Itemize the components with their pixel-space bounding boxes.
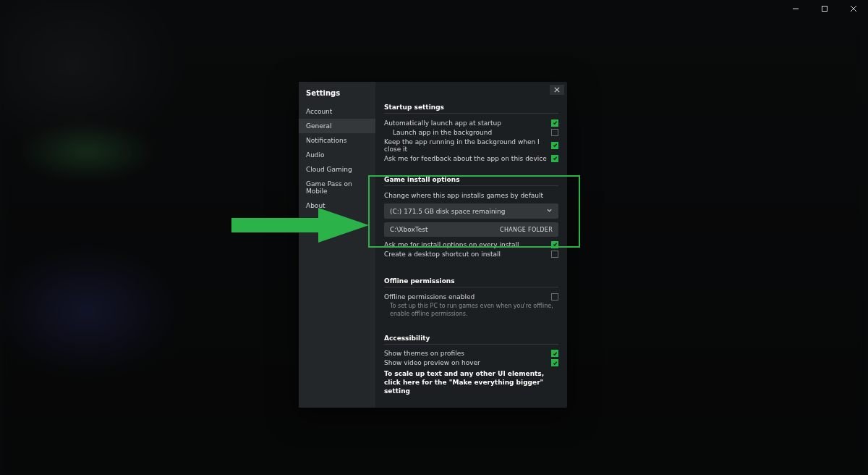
section-title-offline: Offline permissions	[384, 277, 558, 285]
row-auto-launch: Automatically launch app at startup	[384, 118, 558, 127]
row-label: Launch app in the background	[393, 129, 492, 136]
row-label: Ask me for install options on every inst…	[384, 241, 519, 248]
checkbox-launch-background[interactable]	[551, 129, 558, 136]
change-folder-button[interactable]: CHANGE FOLDER	[500, 227, 553, 233]
row-ask-install-options: Ask me for install options on every inst…	[384, 240, 558, 249]
row-desktop-shortcut: Create a desktop shortcut on install	[384, 249, 558, 258]
row-label: Automatically launch app at startup	[384, 119, 501, 127]
row-label: Show themes on profiles	[384, 350, 464, 357]
row-label: Create a desktop shortcut on install	[384, 251, 501, 258]
sidebar-item-notifications[interactable]: Notifications	[299, 133, 375, 148]
sidebar-item-cloud-gaming[interactable]: Cloud Gaming	[299, 162, 375, 177]
checkbox-keep-running[interactable]	[551, 142, 558, 149]
row-label: Show video preview on hover	[384, 359, 480, 366]
row-label: Change where this app installs games by …	[384, 192, 543, 199]
section-title-startup: Startup settings	[384, 104, 558, 111]
row-label: Keep the app running in the background w…	[384, 138, 551, 153]
sidebar-item-label: Notifications	[306, 137, 346, 144]
divider	[384, 344, 558, 345]
settings-content: Startup settings Automatically launch ap…	[375, 95, 567, 408]
settings-title: Settings	[299, 82, 375, 104]
checkbox-auto-launch[interactable]	[551, 119, 558, 127]
drive-select-value: (C:) 171.5 GB disk space remaining	[390, 208, 506, 215]
chevron-down-icon	[546, 207, 553, 215]
sidebar-item-account[interactable]: Account	[299, 104, 375, 119]
row-launch-background: Launch app in the background	[384, 127, 558, 137]
checkbox-ask-feedback[interactable]	[551, 155, 558, 162]
svg-marker-6	[231, 208, 369, 243]
sidebar-item-label: Game Pass on Mobile	[306, 180, 352, 195]
row-change-where: Change where this app installs games by …	[384, 190, 558, 200]
row-show-themes: Show themes on profiles	[384, 349, 558, 358]
sidebar-item-label: Audio	[306, 151, 325, 159]
divider	[384, 185, 558, 186]
tutorial-arrow-icon	[231, 208, 369, 245]
row-offline-enabled: Offline permissions enabled	[384, 292, 558, 301]
checkbox-ask-install-options[interactable]	[551, 241, 558, 248]
offline-help-text: To set up this PC to run games even when…	[384, 301, 558, 319]
sidebar-item-label: Cloud Gaming	[306, 166, 352, 173]
svg-rect-1	[822, 7, 827, 12]
section-title-install: Game install options	[384, 176, 558, 183]
checkbox-video-preview[interactable]	[551, 359, 558, 366]
scale-text-link[interactable]: To scale up text and any other UI elemen…	[384, 369, 558, 395]
divider	[384, 287, 558, 287]
window-controls	[781, 0, 868, 17]
close-window-button[interactable]	[839, 0, 868, 17]
sidebar-item-label: Account	[306, 108, 332, 115]
row-ask-feedback: Ask me for feedback about the app on thi…	[384, 154, 558, 163]
checkbox-offline-enabled[interactable]	[551, 293, 558, 300]
minimize-button[interactable]	[781, 0, 810, 17]
row-label: Offline permissions enabled	[384, 293, 475, 300]
drive-select[interactable]: (C:) 171.5 GB disk space remaining	[384, 203, 558, 219]
sidebar-item-audio[interactable]: Audio	[299, 148, 375, 162]
section-title-accessibility: Accessibility	[384, 335, 558, 342]
sidebar-item-general[interactable]: General	[299, 119, 375, 133]
sidebar-item-label: General	[306, 122, 331, 130]
row-keep-running: Keep the app running in the background w…	[384, 137, 558, 154]
checkbox-show-themes[interactable]	[551, 350, 558, 357]
row-label: Ask me for feedback about the app on thi…	[384, 155, 547, 162]
maximize-button[interactable]	[810, 0, 839, 17]
install-folder-field: C:\XboxTest CHANGE FOLDER	[384, 222, 558, 237]
install-folder-value: C:\XboxTest	[390, 226, 428, 233]
divider	[384, 113, 558, 114]
close-icon	[554, 87, 560, 93]
checkbox-desktop-shortcut[interactable]	[551, 251, 558, 258]
sidebar-item-game-pass-mobile[interactable]: Game Pass on Mobile	[299, 177, 375, 198]
close-dialog-button[interactable]	[550, 85, 564, 95]
row-video-preview: Show video preview on hover	[384, 358, 558, 368]
